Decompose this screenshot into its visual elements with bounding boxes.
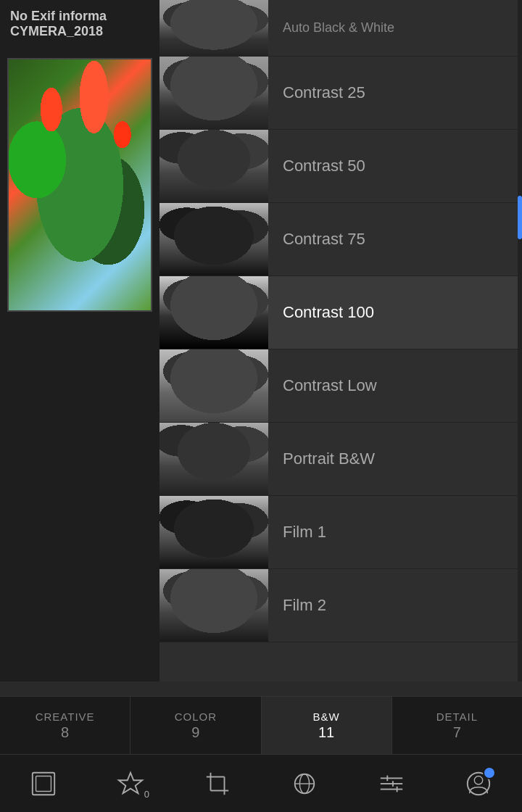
filter-thumb-contrast100 (160, 276, 268, 349)
file-info-bar: No Exif informa CYMERA_2018 (0, 0, 160, 48)
adjust-button[interactable] (370, 762, 413, 805)
filter-label-header: Auto Black & White (268, 20, 522, 36)
filter-item-contrast25[interactable]: Contrast 25 (160, 57, 522, 130)
photo-preview (7, 58, 152, 312)
filter-item-portraitbw[interactable]: Portrait B&W (160, 423, 522, 496)
crop-icon (204, 770, 231, 798)
filter-item-contrast50[interactable]: Contrast 50 (160, 130, 522, 203)
frame-icon (30, 770, 57, 798)
filename-display: No Exif informa CYMERA_2018 (10, 9, 149, 39)
tab-bw-label: B&W (313, 710, 340, 723)
filter-label-contrast100: Contrast 100 (268, 303, 522, 322)
scroll-thumb (518, 196, 522, 239)
tab-creative-count: 8 (61, 724, 69, 741)
tab-detail-label: DETAIL (436, 710, 478, 723)
filter-item-header[interactable]: Auto Black & White (160, 0, 522, 57)
filters-panel[interactable]: Auto Black & White Contrast 25 Contrast … (160, 0, 522, 682)
tab-creative[interactable]: CREATIVE 8 (0, 697, 130, 754)
filename-line1: No Exif informa (10, 9, 107, 23)
filter-item-contrastlow[interactable]: Contrast Low (160, 349, 522, 423)
svg-marker-2 (119, 772, 142, 793)
adjust-icon (378, 770, 405, 798)
bottom-toolbar: 0 (0, 754, 522, 812)
svg-point-17 (474, 776, 482, 784)
main-content: Auto Black & White Contrast 25 Contrast … (0, 0, 522, 682)
effect-icon (291, 770, 318, 798)
notification-dot (483, 766, 496, 779)
bottom-tabs: CREATIVE 8 COLOR 9 B&W 11 DETAIL 7 (0, 696, 522, 754)
filter-label-contrast50: Contrast 50 (268, 157, 522, 175)
filter-label-contrast25: Contrast 25 (268, 83, 522, 102)
filter-thumb-contrast50 (160, 130, 268, 202)
effect-button[interactable] (283, 762, 326, 805)
filter-label-contrast75: Contrast 75 (268, 230, 522, 249)
filter-label-portraitbw: Portrait B&W (268, 450, 522, 468)
filter-item-film2[interactable]: Film 2 (160, 569, 522, 642)
scroll-indicator (518, 0, 522, 682)
filename-line2: CYMERA_2018 (10, 24, 103, 38)
tab-detail-count: 7 (453, 724, 461, 741)
tab-color[interactable]: COLOR 9 (130, 697, 261, 754)
profile-button[interactable] (457, 762, 500, 805)
left-panel (0, 0, 160, 682)
tab-color-label: COLOR (175, 710, 217, 723)
filter-thumb-contrast25 (160, 57, 268, 129)
star-icon (117, 770, 144, 798)
filter-thumb-contrast75 (160, 203, 268, 276)
filter-thumb-film1 (160, 496, 268, 568)
tab-creative-label: CREATIVE (36, 710, 95, 723)
filter-label-film2: Film 2 (268, 596, 522, 615)
crop-button[interactable] (196, 762, 239, 805)
filter-label-film1: Film 1 (268, 523, 522, 542)
tab-color-count: 9 (191, 724, 199, 741)
tab-bw[interactable]: B&W 11 (262, 697, 392, 754)
filter-thumb-portraitbw (160, 423, 268, 495)
tab-detail[interactable]: DETAIL 7 (392, 697, 522, 754)
filter-thumb-contrastlow (160, 349, 268, 422)
frame-button[interactable] (22, 762, 65, 805)
filter-thumb-film2 (160, 569, 268, 642)
filter-item-contrast100[interactable]: Contrast 100 (160, 276, 522, 349)
filter-item-film1[interactable]: Film 1 (160, 496, 522, 569)
favorites-button[interactable]: 0 (109, 762, 152, 805)
svg-rect-1 (36, 776, 51, 791)
filter-item-contrast75[interactable]: Contrast 75 (160, 203, 522, 276)
filter-thumb-header (160, 0, 268, 57)
star-count: 0 (144, 789, 149, 800)
tab-bw-count: 11 (318, 724, 334, 741)
filter-label-contrastlow: Contrast Low (268, 376, 522, 395)
